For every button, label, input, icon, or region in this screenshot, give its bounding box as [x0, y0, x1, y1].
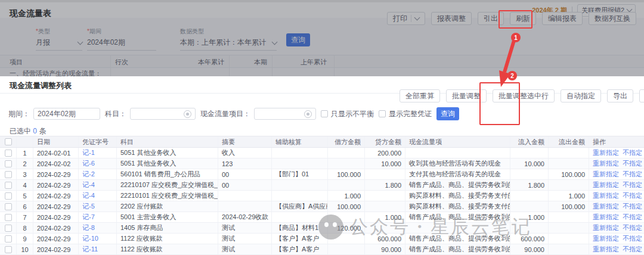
- row-aux: [272, 148, 328, 158]
- reassign-link[interactable]: 重新指定: [593, 191, 619, 200]
- batch-adjust-selected-button[interactable]: 批量调整选中行: [493, 89, 555, 102]
- voucher-link[interactable]: 记-5: [82, 202, 95, 211]
- row-aux: [272, 180, 328, 190]
- row-cashflow-item: [405, 148, 510, 158]
- row-checkbox[interactable]: [0, 191, 17, 201]
- unassign-link[interactable]: 不指定: [623, 181, 642, 189]
- header-summary: 摘要: [218, 136, 272, 147]
- header-outflow: 流出金额: [549, 136, 589, 147]
- checkbox-icon[interactable]: [5, 138, 12, 145]
- row-checkbox[interactable]: [0, 158, 17, 169]
- voucher-link[interactable]: 记-6: [82, 159, 95, 168]
- batch-adjust-button[interactable]: 批量调整: [446, 89, 487, 102]
- filter-period-input[interactable]: 2024年02期: [33, 108, 100, 120]
- row-checkbox[interactable]: [0, 180, 17, 190]
- reassign-link[interactable]: 重新指定: [593, 245, 619, 254]
- picker-icon[interactable]: [304, 110, 312, 118]
- unassign-link[interactable]: 不指定: [623, 234, 642, 243]
- voucher-link[interactable]: 记-7: [82, 213, 95, 222]
- filter-subject-input[interactable]: [130, 108, 196, 120]
- voucher-cell: 记-5: [79, 201, 117, 212]
- checkbox-icon[interactable]: [5, 171, 12, 178]
- filter-period-label: 期间：: [8, 109, 30, 119]
- reassign-link[interactable]: 重新指定: [593, 148, 619, 157]
- checkbox-icon[interactable]: [321, 110, 328, 117]
- voucher-link[interactable]: 记-8: [82, 223, 95, 232]
- row-summary: [218, 201, 272, 212]
- row-aux: 【客户】A客户: [272, 234, 328, 244]
- row-checkbox[interactable]: [0, 148, 17, 158]
- voucher-link[interactable]: 记-1: [82, 148, 95, 157]
- reassign-link[interactable]: 重新指定: [593, 223, 619, 232]
- row-checkbox[interactable]: [0, 223, 17, 233]
- unassign-link[interactable]: 不指定: [623, 159, 642, 168]
- checkbox-icon[interactable]: [379, 110, 386, 117]
- row-number: 3: [17, 169, 33, 179]
- voucher-cell: 记-4: [79, 191, 117, 201]
- unassign-link[interactable]: 不指定: [623, 191, 642, 200]
- row-number: 6: [17, 201, 33, 212]
- unassign-link[interactable]: 不指定: [623, 148, 642, 157]
- filter-cashflow-input[interactable]: [254, 108, 316, 120]
- row-summary: 测试: [218, 234, 272, 244]
- row-outflow: [549, 244, 589, 254]
- checkbox-icon[interactable]: [5, 160, 12, 167]
- table-row: 82024-02-29记-81405 库存商品测试【商品】材料1120.000重…: [0, 223, 644, 234]
- voucher-cell: 记-8: [79, 223, 117, 233]
- row-debit: [328, 234, 365, 244]
- row-checkbox[interactable]: [0, 244, 17, 254]
- row-cashflow-item: 销售产成品、商品、提供劳务收到的现金: [405, 234, 510, 244]
- unassign-link[interactable]: 不指定: [623, 213, 642, 222]
- row-checkbox[interactable]: [0, 234, 17, 244]
- checkbox-icon[interactable]: [5, 203, 12, 210]
- reassign-link[interactable]: 重新指定: [593, 202, 619, 211]
- table-row: 72024-02-29记-75001 主营业务收入2024-02-29收款1.0…: [0, 212, 644, 223]
- unassign-link[interactable]: 不指定: [623, 170, 642, 179]
- checkbox-icon[interactable]: [5, 225, 12, 232]
- row-checkbox[interactable]: [0, 212, 17, 222]
- row-cashflow-item: 收到其他与经营活动有关的现金: [405, 158, 510, 169]
- voucher-link[interactable]: 记-4: [82, 181, 95, 189]
- row-outflow: 100.000: [549, 169, 589, 179]
- row-summary: 123: [218, 158, 272, 169]
- checkbox-icon[interactable]: [5, 192, 12, 200]
- reassign-link[interactable]: 重新指定: [593, 213, 619, 222]
- checkbox-icon[interactable]: [5, 182, 12, 189]
- row-date: 2024-02-29: [33, 169, 79, 179]
- unbalanced-checkbox[interactable]: 只显示不平衡: [321, 109, 374, 119]
- row-checkbox[interactable]: [0, 169, 17, 179]
- row-aux: 【商品】材料1: [272, 223, 328, 233]
- row-actions: 重新指定不指定: [589, 191, 644, 201]
- partial-button[interactable]: [639, 89, 644, 102]
- reassign-link[interactable]: 重新指定: [593, 159, 619, 168]
- export-list-button[interactable]: 导出: [607, 89, 633, 102]
- row-checkbox[interactable]: [0, 201, 17, 212]
- reassign-link[interactable]: 重新指定: [593, 234, 619, 243]
- checkbox-icon[interactable]: [5, 246, 12, 253]
- row-inflow: [510, 201, 549, 212]
- full-voucher-checkbox[interactable]: 显示完整凭证: [379, 109, 432, 119]
- voucher-link[interactable]: 记-11: [82, 245, 98, 254]
- row-number: 7: [17, 212, 33, 222]
- checkbox-icon[interactable]: [5, 214, 12, 221]
- voucher-link[interactable]: 记-10: [82, 234, 98, 243]
- checkbox-icon[interactable]: [5, 150, 12, 157]
- voucher-link[interactable]: 记-4: [82, 191, 95, 200]
- header-date: 日期: [33, 136, 79, 147]
- header-aux: 辅助核算: [272, 136, 328, 147]
- unassign-link[interactable]: 不指定: [623, 223, 642, 232]
- recalc-all-button[interactable]: 全部重算: [400, 89, 440, 102]
- row-credit: 1.800: [365, 180, 405, 190]
- reassign-link[interactable]: 重新指定: [593, 181, 619, 189]
- row-outflow: [549, 234, 589, 244]
- unassign-link[interactable]: 不指定: [623, 202, 642, 211]
- select-all-checkbox[interactable]: [0, 136, 17, 147]
- reassign-link[interactable]: 重新指定: [593, 170, 619, 179]
- row-actions: 重新指定不指定: [589, 212, 644, 222]
- picker-icon[interactable]: [184, 110, 191, 118]
- checkbox-icon[interactable]: [5, 235, 12, 242]
- unassign-link[interactable]: 不指定: [623, 245, 642, 254]
- voucher-link[interactable]: 记-2: [82, 170, 95, 179]
- auto-assign-button[interactable]: 自动指定: [561, 89, 601, 102]
- dialog-query-button[interactable]: 查询: [436, 107, 459, 120]
